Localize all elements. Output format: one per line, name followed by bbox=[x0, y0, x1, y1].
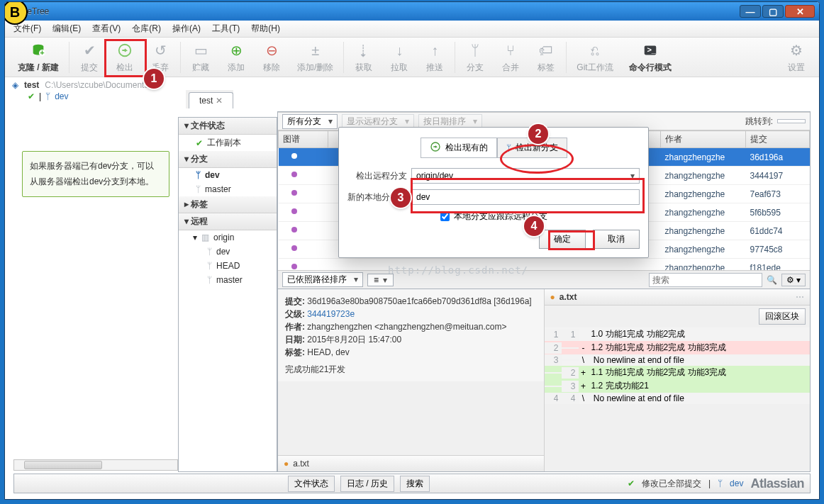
tree-section-tags[interactable]: ▸ 标签 bbox=[179, 196, 277, 213]
hscrollbar-thumb[interactable] bbox=[24, 461, 102, 469]
remote-combo[interactable]: origin/dev ▾ bbox=[411, 168, 640, 184]
diff-lines: 11 1.0 功能1完成 功能2完成2-1.2 功能1完成 功能2完成 功能3完… bbox=[545, 327, 811, 404]
tab-search[interactable]: 搜索 bbox=[400, 476, 430, 492]
diff-line: 3\ No newline at end of file bbox=[545, 354, 811, 366]
tab-filestatus[interactable]: 文件状态 bbox=[288, 476, 335, 492]
tree-item-remote-dev[interactable]: ᛘdev bbox=[179, 245, 277, 259]
svg-point-6 bbox=[291, 153, 297, 159]
svg-text:+: + bbox=[40, 48, 44, 57]
dialog-buttons: 确定 取消 bbox=[347, 230, 640, 249]
jump-input[interactable] bbox=[777, 119, 806, 123]
menu-edit[interactable]: 编辑(E) bbox=[52, 23, 81, 35]
filter-branches[interactable]: 所有分支 bbox=[282, 114, 338, 129]
gear-button[interactable]: ⚙ ▾ bbox=[781, 274, 806, 286]
svg-point-8 bbox=[291, 190, 297, 196]
repo-branch-row: ✔ | ᛘ dev bbox=[5, 90, 819, 103]
tree-item-branch-master[interactable]: ᛘmaster bbox=[179, 182, 277, 196]
left-panel: 如果服务器端已有dev分支，可以从服务器端检出dev分支到本地。 bbox=[13, 111, 178, 472]
tree-section-filestate[interactable]: ▾ 文件状态 bbox=[179, 118, 277, 135]
diff-options-icon[interactable]: ⋯ bbox=[796, 292, 804, 302]
tool-add[interactable]: ⊕添加 bbox=[219, 39, 253, 75]
value-tags: HEAD, dev bbox=[307, 347, 349, 357]
cancel-button[interactable]: 取消 bbox=[593, 230, 640, 249]
sort-combo[interactable]: 已依照路径排序 bbox=[282, 272, 363, 287]
tool-pull[interactable]: ↓拉取 bbox=[382, 39, 416, 75]
tree-item-remote-head[interactable]: ᛘHEAD bbox=[179, 259, 277, 273]
checkout-icon bbox=[115, 40, 135, 60]
repo-branch: dev bbox=[55, 91, 68, 101]
menu-view[interactable]: 查看(V) bbox=[92, 23, 121, 35]
revert-hunk-button[interactable]: 回滚区块 bbox=[759, 308, 806, 325]
menu-repo[interactable]: 仓库(R) bbox=[132, 23, 161, 35]
svg-point-11 bbox=[291, 245, 297, 251]
col-graph[interactable]: 图谱 bbox=[279, 131, 328, 148]
status-msg: 修改已全部提交 bbox=[642, 478, 701, 490]
tool-clone[interactable]: + 克隆 / 新建 bbox=[11, 39, 66, 75]
tree-item-workingcopy[interactable]: ✔工作副本 bbox=[179, 135, 277, 151]
value-author: zhangzhengzhen <zhangzhengzhen@meituan.c… bbox=[307, 322, 506, 332]
chevron-down-icon: ▾ bbox=[630, 171, 635, 181]
search-icon[interactable]: 🔍 bbox=[767, 275, 777, 285]
tool-settings[interactable]: ⚙设置 bbox=[779, 39, 813, 75]
tree-section-remotes[interactable]: ▾ 远程 bbox=[179, 213, 277, 230]
tool-gitflow[interactable]: ⎌Git工作流 bbox=[569, 39, 620, 75]
menu-actions[interactable]: 操作(A) bbox=[172, 23, 201, 35]
tool-label: 添加 bbox=[228, 62, 245, 74]
tab-log[interactable]: 日志 / 历史 bbox=[340, 476, 394, 492]
tool-merge[interactable]: ⑂合并 bbox=[494, 39, 528, 75]
menu-tools[interactable]: 工具(T) bbox=[212, 23, 240, 35]
jump-label: 跳转到: bbox=[745, 116, 773, 128]
local-input[interactable] bbox=[411, 189, 640, 205]
ok-button[interactable]: 确定 bbox=[539, 230, 586, 249]
annot-circle-3: 3 bbox=[391, 188, 411, 208]
lower-panels: 提交: 36d196a3e80ba908750ae1fca66eb709d361… bbox=[278, 289, 810, 471]
tool-tag[interactable]: 🏷标签 bbox=[529, 39, 563, 75]
label-commit: 提交: bbox=[285, 296, 305, 306]
menu-help[interactable]: 帮助(H) bbox=[251, 23, 280, 35]
track-checkbox[interactable] bbox=[440, 212, 450, 221]
search-input[interactable] bbox=[649, 273, 762, 287]
toolbar-separator bbox=[455, 42, 455, 73]
tool-label: 获取 bbox=[355, 62, 372, 74]
diff-header: ● a.txt ⋯ bbox=[545, 289, 811, 306]
tool-terminal[interactable]: >_命令行模式 bbox=[622, 39, 679, 75]
tool-addremove[interactable]: ±添加/删除 bbox=[290, 39, 340, 75]
diff-line: 2+1.1 功能1完成 功能2完成 功能3完成 bbox=[545, 366, 811, 379]
tool-commit[interactable]: ✔提交 bbox=[72, 39, 106, 75]
tool-push[interactable]: ↑推送 bbox=[418, 39, 452, 75]
tool-fetch[interactable]: ⭭获取 bbox=[347, 39, 381, 75]
tool-branch[interactable]: ᛘ分支 bbox=[458, 39, 492, 75]
close-button[interactable]: ✕ bbox=[785, 5, 815, 18]
value-parent[interactable]: 344419723e bbox=[307, 309, 355, 319]
list-view-button[interactable]: ≡ bbox=[367, 274, 394, 286]
minimize-button[interactable]: — bbox=[740, 5, 761, 18]
tree-section-branches[interactable]: ▾ 分支 bbox=[179, 151, 277, 168]
pipe: | bbox=[39, 91, 41, 101]
maximize-button[interactable]: ▢ bbox=[762, 5, 784, 18]
tool-checkout[interactable]: 检出 bbox=[108, 39, 142, 75]
pull-icon: ↓ bbox=[389, 40, 409, 60]
commit-detail-col: 提交: 36d196a3e80ba908750ae1fca66eb709d361… bbox=[278, 289, 545, 471]
commit-row[interactable]: zhangzhengzhef181ede bbox=[279, 259, 810, 271]
tree-item-remote-master[interactable]: ᛘmaster bbox=[179, 273, 277, 287]
commit-icon: ✔ bbox=[79, 40, 99, 60]
tree-item-remote-origin[interactable]: ▾ ▥ origin bbox=[179, 230, 277, 245]
tool-stash[interactable]: ▭贮藏 bbox=[184, 39, 218, 75]
detail-file-row[interactable]: ● a.txt bbox=[278, 455, 544, 471]
col-commit[interactable]: 提交 bbox=[746, 131, 810, 148]
col-author[interactable]: 作者 bbox=[661, 131, 746, 148]
tree-item-branch-dev[interactable]: ᛘdev bbox=[179, 168, 277, 182]
tab-label: 检出现有的 bbox=[445, 142, 488, 154]
tab-existing[interactable]: 检出现有的 bbox=[421, 138, 497, 158]
hscrollbar[interactable] bbox=[13, 459, 178, 471]
tool-remove[interactable]: ⊖移除 bbox=[255, 39, 289, 75]
tag-icon: 🏷 bbox=[536, 40, 556, 60]
toolbar-separator bbox=[180, 42, 181, 73]
file-icon: ● bbox=[550, 292, 555, 302]
hint-box: 如果服务器端已有dev分支，可以从服务器端检出dev分支到本地。 bbox=[22, 151, 169, 197]
section-label: 分支 bbox=[191, 154, 208, 164]
tool-clone-label: 克隆 / 新建 bbox=[18, 62, 59, 74]
menubar: 文件(F) 编辑(E) 查看(V) 仓库(R) 操作(A) 工具(T) 帮助(H… bbox=[5, 21, 819, 38]
branch-icon: ᛘ bbox=[465, 40, 485, 60]
tool-label: Git工作流 bbox=[577, 62, 613, 74]
